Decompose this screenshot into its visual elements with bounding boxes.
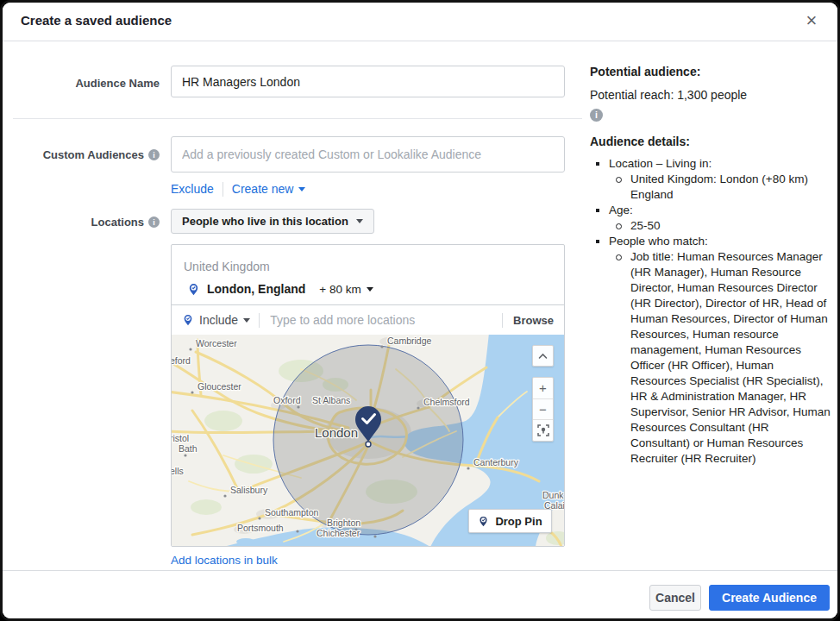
audience-name-label: Audience Name [3,77,160,90]
add-locations-in-bulk-link[interactable]: Add locations in bulk [171,554,278,567]
map-city-dot [297,405,299,408]
chevron-down-icon[interactable] [243,318,250,323]
create-new-link[interactable]: Create new [232,182,306,196]
map-city-dot [417,406,419,409]
dialog-title: Create a saved audience [21,13,172,28]
custom-audiences-links: Exclude Create new [171,180,305,198]
map-city-dot [380,345,383,348]
detail-item: Location – Living in:United Kingdom: Lon… [590,156,831,203]
map-city-label: ells [172,466,184,476]
drop-pin-icon [478,516,489,527]
location-pin-icon [187,283,200,296]
zoom-out-button[interactable]: − [533,398,553,420]
map-city-dot [467,467,469,469]
include-pin-icon [182,314,194,326]
map-city-label: eford [172,355,191,366]
map-city-label: Gloucester [197,381,241,392]
potential-audience-title: Potential audience: [590,64,831,79]
map-city-dot [373,535,376,537]
map-zoom-controls: + − [532,377,554,442]
map-city-dot [189,348,191,350]
zoom-in-button[interactable]: + [533,378,553,398]
section-divider [13,118,582,119]
locations-panel: United Kingdom London, England + 80 km I… [171,244,565,547]
map-city-label: Chelmsford [423,397,470,407]
drop-pin-button[interactable]: Drop Pin [468,509,552,533]
map-city-label: Oxford [273,395,301,405]
exclude-link[interactable]: Exclude [171,182,214,196]
detail-sub-item: 25-50 [609,218,831,234]
custom-audiences-label: Custom Audiences i [3,148,160,161]
map-city-dot [184,454,186,456]
map-city-dot [258,517,260,519]
field-separator [259,313,260,328]
include-dropdown[interactable]: Include [199,313,238,327]
selected-country: United Kingdom [172,245,564,273]
map-compass-button[interactable] [532,345,554,367]
selected-location: London, England [207,282,305,296]
chevron-down-icon [367,287,373,292]
create-saved-audience-dialog: Create a saved audience × Audience Name … [0,0,840,621]
dialog-header: Create a saved audience × [3,3,837,41]
info-icon[interactable]: i [148,149,160,160]
map-city-label: Chichester [317,528,360,538]
selected-location-row: London, England + 80 km [172,273,564,304]
browse-button[interactable]: Browse [511,314,554,327]
audience-details-list: Location – Living in:United Kingdom: Lon… [590,156,831,467]
locations-label: Locations i [3,216,160,229]
map-city-label: St Albans [312,395,350,405]
map-city-label: Canterbury [473,457,519,467]
map-city-label: Portsmouth [237,523,284,533]
map-city-label: Brighton [327,518,360,528]
center-map-button[interactable] [533,419,553,441]
info-icon[interactable]: i [590,109,603,122]
dialog-footer: Cancel Create Audience [3,570,837,621]
map-city-label: Salisbury [230,485,268,495]
cancel-button[interactable]: Cancel [649,585,701,611]
map-city-label: Dunk [542,490,564,500]
potential-reach: Potential reach: 1,300 people [590,87,831,103]
chevron-up-icon [538,353,548,360]
center-pin-icon [537,424,549,436]
chevron-down-icon [298,187,305,191]
detail-item: People who match:Job title: Human Resour… [590,234,831,467]
map-city-label: ristol [172,433,189,443]
location-mode-dropdown[interactable]: People who live in this location [171,209,374,234]
chevron-down-icon [356,219,363,223]
radius-dropdown[interactable]: + 80 km [319,283,373,296]
link-separator [223,182,223,197]
add-location-input[interactable] [268,312,493,328]
audience-details-title: Audience details: [590,134,831,149]
map-city-dot [191,391,193,393]
field-separator [502,313,503,328]
detail-item: Age:25-50 [590,203,831,234]
detail-sub-item: United Kingdom: London (+80 km) England [609,172,831,203]
map-city-label: London [315,425,358,440]
map-city-label: Worcester [196,338,237,348]
map-city-dot [296,530,298,532]
detail-sub-item: Job title: Human Resources Manager (HR M… [609,249,831,467]
audience-summary-panel: Potential audience: Potential reach: 1,3… [590,64,831,467]
custom-audiences-input[interactable] [171,136,565,172]
audience-name-input[interactable] [171,66,565,97]
location-map[interactable]: WorcesterefordGloucesterOxfordSt AlbansC… [172,335,564,546]
map-city-label: Cambridge [387,336,432,346]
close-icon[interactable]: × [799,9,824,33]
add-location-row: Include Browse [172,304,564,335]
info-icon[interactable]: i [148,216,160,228]
create-audience-button[interactable]: Create Audience [709,585,830,611]
map-city-dot [223,494,226,497]
map-city-label: Bath [179,443,197,454]
map-city-label: Southampton [265,507,319,518]
